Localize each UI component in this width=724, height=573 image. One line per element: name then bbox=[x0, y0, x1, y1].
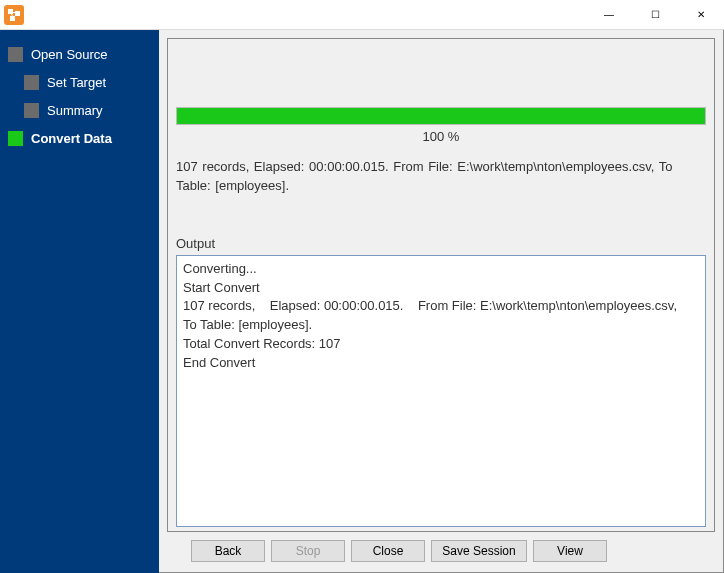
step-icon bbox=[24, 75, 39, 90]
nav-tree: Open Source Set Target Summary Convert D… bbox=[0, 40, 159, 152]
progress-bar-fill bbox=[177, 108, 705, 124]
minimize-button[interactable]: — bbox=[586, 0, 632, 30]
progress-percent-label: 100 % bbox=[176, 129, 706, 144]
status-text: 107 records, Elapsed: 00:00:00.015. From… bbox=[176, 158, 706, 196]
app-icon bbox=[4, 5, 24, 25]
nav-label: Set Target bbox=[47, 75, 106, 90]
save-session-button[interactable]: Save Session bbox=[431, 540, 527, 562]
sidebar: Open Source Set Target Summary Convert D… bbox=[0, 30, 159, 573]
nav-item-open-source[interactable]: Open Source bbox=[8, 40, 159, 68]
titlebar-left bbox=[0, 5, 24, 25]
button-row: Back Stop Close Save Session View bbox=[167, 532, 715, 564]
view-button[interactable]: View bbox=[533, 540, 607, 562]
svg-rect-1 bbox=[15, 11, 20, 16]
stop-button[interactable]: Stop bbox=[271, 540, 345, 562]
close-button[interactable]: Close bbox=[351, 540, 425, 562]
svg-rect-0 bbox=[8, 9, 13, 14]
titlebar: — ☐ ✕ bbox=[0, 0, 724, 30]
step-icon bbox=[24, 103, 39, 118]
maximize-button[interactable]: ☐ bbox=[632, 0, 678, 30]
nav-label: Convert Data bbox=[31, 131, 112, 146]
close-window-button[interactable]: ✕ bbox=[678, 0, 724, 30]
progress-bar bbox=[176, 107, 706, 125]
nav-item-convert-data[interactable]: Convert Data bbox=[8, 124, 159, 152]
nav-label: Open Source bbox=[31, 47, 108, 62]
main-panel: 100 % 107 records, Elapsed: 00:00:00.015… bbox=[159, 30, 724, 573]
nav-item-set-target[interactable]: Set Target bbox=[8, 68, 159, 96]
progress-area: 100 % bbox=[176, 107, 706, 144]
nav-item-summary[interactable]: Summary bbox=[8, 96, 159, 124]
step-icon-active bbox=[8, 131, 23, 146]
output-textarea[interactable] bbox=[176, 255, 706, 527]
window-controls: — ☐ ✕ bbox=[586, 0, 724, 30]
body-area: Open Source Set Target Summary Convert D… bbox=[0, 30, 724, 573]
output-label: Output bbox=[176, 236, 706, 251]
content-panel: 100 % 107 records, Elapsed: 00:00:00.015… bbox=[167, 38, 715, 532]
step-icon bbox=[8, 47, 23, 62]
back-button[interactable]: Back bbox=[191, 540, 265, 562]
nav-label: Summary bbox=[47, 103, 103, 118]
